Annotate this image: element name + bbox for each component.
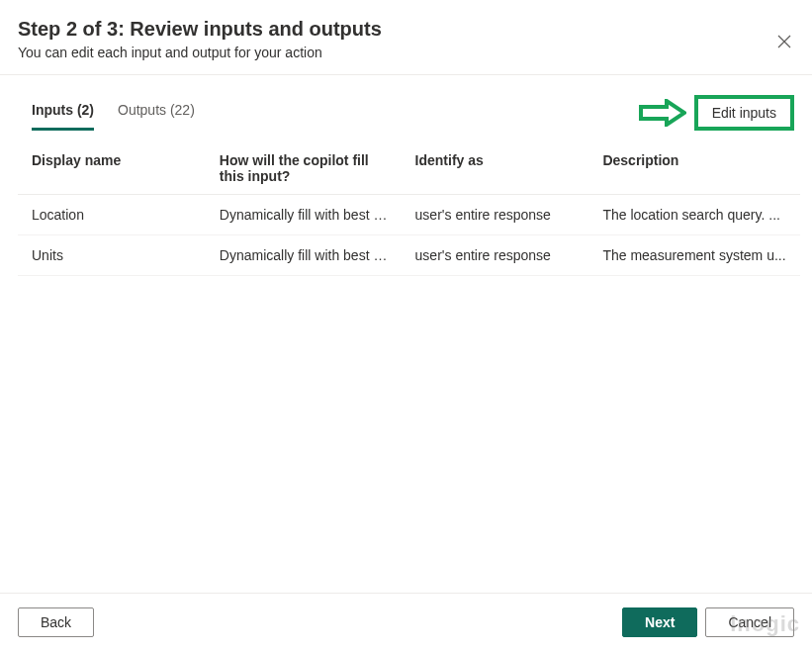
- edit-inputs-button[interactable]: Edit inputs: [694, 95, 794, 131]
- cell-description: The measurement system u...: [588, 235, 800, 276]
- cell-how-fill: Dynamically fill with best o...: [206, 195, 402, 235]
- cell-how-fill: Dynamically fill with best o...: [206, 235, 402, 276]
- col-description: Description: [588, 142, 800, 195]
- tab-outputs[interactable]: Outputs (22): [118, 102, 195, 131]
- table-header-row: Display name How will the copilot fill t…: [18, 142, 800, 195]
- tab-inputs[interactable]: Inputs (2): [32, 102, 94, 131]
- toolbar: Inputs (2) Outputs (22) Edit inputs: [0, 75, 812, 131]
- edit-inputs-wrap: Edit inputs: [694, 95, 794, 131]
- tabs: Inputs (2) Outputs (22): [32, 102, 195, 131]
- cancel-button[interactable]: Cancel: [705, 607, 794, 637]
- page-subtitle: You can edit each input and output for y…: [18, 45, 794, 60]
- col-display-name: Display name: [18, 142, 206, 195]
- next-button[interactable]: Next: [622, 607, 697, 637]
- back-button[interactable]: Back: [18, 607, 94, 637]
- close-icon[interactable]: [776, 34, 792, 49]
- inputs-table: Display name How will the copilot fill t…: [18, 142, 800, 276]
- cell-description: The location search query. ...: [588, 195, 800, 235]
- dialog-header: Step 2 of 3: Review inputs and outputs Y…: [0, 0, 812, 75]
- cell-display-name: Units: [18, 235, 206, 276]
- table-row[interactable]: Location Dynamically fill with best o...…: [18, 195, 800, 235]
- cell-identify-as: user's entire response: [402, 195, 589, 235]
- table-row[interactable]: Units Dynamically fill with best o... us…: [18, 235, 800, 276]
- cell-identify-as: user's entire response: [402, 235, 589, 276]
- arrow-icon: [639, 99, 686, 127]
- col-how-fill: How will the copilot fill this input?: [206, 142, 402, 195]
- page-title: Step 2 of 3: Review inputs and outputs: [18, 18, 794, 41]
- dialog-footer: Back Next Cancel: [0, 593, 812, 653]
- col-identify-as: Identify as: [402, 142, 589, 195]
- cell-display-name: Location: [18, 195, 206, 235]
